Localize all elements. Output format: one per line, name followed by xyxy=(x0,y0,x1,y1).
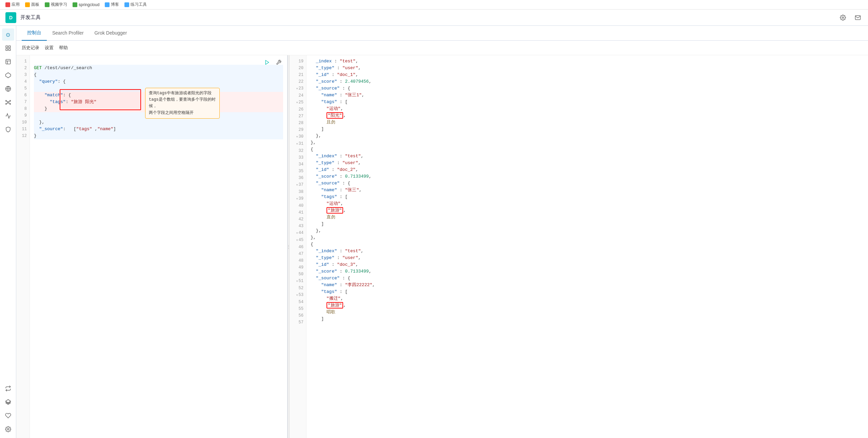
sidebar-icon-canvas[interactable] xyxy=(2,69,14,81)
sidebar-icon-alerts[interactable] xyxy=(2,410,14,422)
svg-rect-5 xyxy=(6,59,11,64)
bookmark-icon-应用 xyxy=(5,2,10,7)
code-line-10: }, xyxy=(34,119,283,126)
app-title: 开发工具 xyxy=(20,14,41,21)
tab-grok-debugger[interactable]: Grok Debugger xyxy=(89,26,133,41)
result-line-41: "旅游", xyxy=(311,207,864,214)
svg-line-16 xyxy=(6,101,7,102)
sidebar: ⊙ xyxy=(0,26,16,438)
result-line-40: "运动", xyxy=(311,200,864,207)
tab-console[interactable]: 控制台 xyxy=(22,26,47,41)
result-line-32: { xyxy=(311,146,864,153)
history-button[interactable]: 历史记录 xyxy=(22,43,39,52)
result-line-35: "_id" : "doc_2", xyxy=(311,166,864,173)
result-line-31: }, xyxy=(311,139,864,146)
result-line-57: ] xyxy=(311,316,864,322)
bookmark-springcloud[interactable]: springcloud xyxy=(71,2,101,8)
sidebar-icon-ml[interactable] xyxy=(2,382,14,395)
results-pane: 19 20 21 22 23 24 25 26 27 28 29 30 31 3… xyxy=(290,55,868,438)
bookmark-icon-视频学习 xyxy=(45,2,50,7)
result-line-28: 且勿 xyxy=(311,119,864,126)
svg-point-0 xyxy=(842,17,844,18)
tab-bar: 控制台 Search Profiler Grok Debugger xyxy=(16,26,868,41)
help-button[interactable]: 帮助 xyxy=(59,43,68,52)
mail-header-icon[interactable] xyxy=(853,13,863,22)
svg-point-15 xyxy=(9,103,11,104)
code-line-11: "_source": ["tags" ,"name"] xyxy=(34,126,283,133)
app-logo: D xyxy=(5,12,16,23)
svg-line-17 xyxy=(8,101,9,102)
code-line-1 xyxy=(34,58,283,65)
sidebar-icon-maps[interactable] xyxy=(2,83,14,95)
result-line-38: "name" : "张三", xyxy=(311,187,864,194)
bookmark-视频学习[interactable]: 视频学习 xyxy=(43,1,68,8)
bookmark-icon-面板 xyxy=(25,2,30,7)
code-line-3: { xyxy=(34,72,283,78)
svg-marker-8 xyxy=(5,73,11,78)
result-line-53: "tags" : [ xyxy=(311,288,864,295)
tab-search-profiler[interactable]: Search Profiler xyxy=(47,26,89,41)
result-line-36: "_score" : 0.7133499, xyxy=(311,173,864,180)
result-line-27: "阳光", xyxy=(311,112,864,119)
bookmark-练习工具[interactable]: 练习工具 xyxy=(123,1,148,8)
sidebar-icon-graph[interactable] xyxy=(2,96,14,108)
bookmark-应用[interactable]: 应用 xyxy=(4,1,21,8)
svg-rect-2 xyxy=(8,46,10,47)
sidebar-icon-security[interactable] xyxy=(2,123,14,136)
result-line-33: "_index" : "test", xyxy=(311,153,864,160)
result-line-55: "旅游", xyxy=(311,302,864,309)
result-line-47: "_index" : "test", xyxy=(311,248,864,255)
content-area: 控制台 Search Profiler Grok Debugger 历史记录 设… xyxy=(16,26,868,438)
bookmark-面板[interactable]: 面板 xyxy=(24,1,41,8)
result-line-56: 唱歌 xyxy=(311,309,864,316)
svg-line-18 xyxy=(6,103,7,104)
editor-line-numbers: 1 2 3 4 5 6 7 8 9 10 11 12 xyxy=(16,55,30,438)
result-line-21: "_id" : "doc_1", xyxy=(311,72,864,78)
sidebar-icon-observability[interactable] xyxy=(2,110,14,122)
svg-rect-4 xyxy=(8,49,10,51)
editor-code-area[interactable]: GET /test/user/_search { "query": { "mat… xyxy=(30,55,287,438)
results-code: _index : "test", "_type" : "user", "_id"… xyxy=(307,55,868,438)
sidebar-icon-discover[interactable] xyxy=(2,42,14,54)
result-line-52: "name" : "李四22222", xyxy=(311,282,864,288)
app-header: D 开发工具 xyxy=(0,9,868,26)
results-line-numbers: 19 20 21 22 23 24 25 26 27 28 29 30 31 3… xyxy=(290,55,307,438)
results-content: 19 20 21 22 23 24 25 26 27 28 29 30 31 3… xyxy=(290,55,868,438)
bookmark-bar: 应用 面板 视频学习 springcloud 博客 练习工具 xyxy=(0,0,868,9)
editor-content: 1 2 3 4 5 6 7 8 9 10 11 12 xyxy=(16,55,287,438)
result-line-30: }, xyxy=(311,133,864,139)
sidebar-icon-stack[interactable] xyxy=(2,396,14,408)
result-line-54: "搬迁", xyxy=(311,295,864,302)
svg-point-12 xyxy=(5,100,6,101)
svg-point-14 xyxy=(5,103,6,104)
sidebar-icon-settings[interactable] xyxy=(2,423,14,435)
main-container: ⊙ xyxy=(0,26,868,438)
code-line-12: } xyxy=(34,133,283,139)
result-line-46: { xyxy=(311,241,864,248)
svg-point-21 xyxy=(7,429,9,430)
result-line-23: "_source" : { xyxy=(311,85,864,92)
result-line-24: "name" : "张三1", xyxy=(311,92,864,99)
sub-toolbar: 历史记录 设置 帮助 xyxy=(16,41,868,55)
code-line-4: "query": { xyxy=(34,78,283,85)
settings-button[interactable]: 设置 xyxy=(45,43,54,52)
result-line-51: "_source" : { xyxy=(311,275,864,282)
bookmark-icon-博客 xyxy=(105,2,110,7)
result-line-19: _index : "test", xyxy=(311,58,864,65)
bookmark-博客[interactable]: 博客 xyxy=(103,1,120,8)
result-line-39: "tags" : [ xyxy=(311,194,864,200)
result-line-25: "tags" : [ xyxy=(311,99,864,105)
svg-rect-1 xyxy=(6,46,7,47)
settings-header-icon[interactable] xyxy=(838,13,848,22)
code-line-2: GET /test/user/_search xyxy=(34,65,283,72)
result-line-45: }, xyxy=(311,234,864,241)
sidebar-icon-home[interactable]: ⊙ xyxy=(2,28,14,41)
result-line-22: "_score" : 2.4079456, xyxy=(311,78,864,85)
sidebar-icon-dashboard[interactable] xyxy=(2,56,14,68)
annotation-box: 查询tags中有旅游或者阳光的字段tags是个数组，要查询多个字段的时候，两个字… xyxy=(145,88,220,119)
result-line-42: 直勿 xyxy=(311,214,864,221)
result-line-20: "_type" : "user", xyxy=(311,65,864,72)
result-line-29: ] xyxy=(311,126,864,133)
result-line-48: "_type" : "user", xyxy=(311,255,864,261)
result-line-44: }, xyxy=(311,227,864,234)
